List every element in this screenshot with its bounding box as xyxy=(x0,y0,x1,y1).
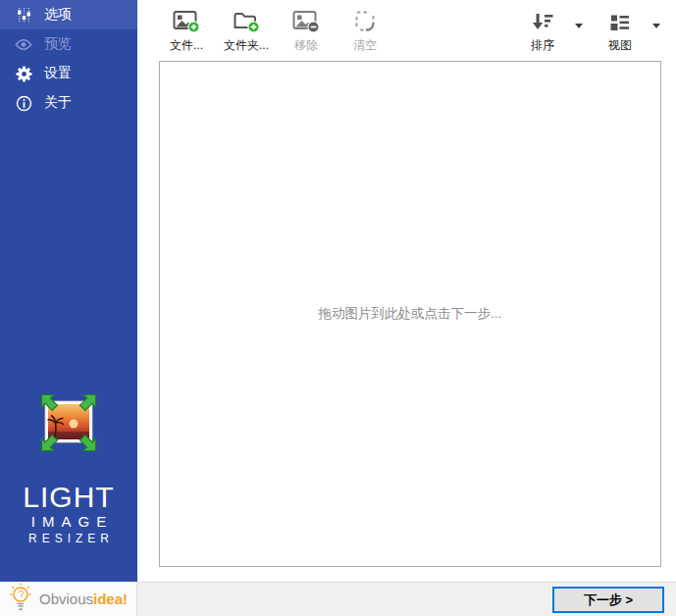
sidebar-item-label: 预览 xyxy=(44,35,72,53)
sidebar-item-settings[interactable]: 设置 xyxy=(0,59,137,88)
chevron-down-icon[interactable] xyxy=(575,24,583,28)
lightbulb-icon xyxy=(6,582,35,616)
sidebar-item-about[interactable]: 关于 xyxy=(0,88,137,118)
next-button[interactable]: 下一步 > xyxy=(552,587,664,613)
sidebar-item-label: 关于 xyxy=(44,94,72,112)
bottom-bar: 下一步 > xyxy=(137,582,676,616)
folder-add-icon xyxy=(233,10,260,33)
brand-wordmark: LIGHT IMAGE RESIZER xyxy=(0,483,137,545)
toolbar-button-label: 文件... xyxy=(170,37,203,54)
toolbar-button-label: 视图 xyxy=(608,37,632,54)
view-button[interactable]: 视图 xyxy=(595,8,646,56)
clear-button: 清空 xyxy=(339,8,390,56)
view-dropdown[interactable]: 视图 xyxy=(595,8,662,56)
drop-hint-text: 拖动图片到此处或点击下一步... xyxy=(319,305,502,323)
sidebar-item-options[interactable]: 选项 xyxy=(0,0,137,29)
obviousidea-logo-text[interactable]: Obviousidea! xyxy=(39,590,128,607)
sort-button[interactable]: 排序 xyxy=(517,8,568,56)
sort-descending-icon xyxy=(531,10,554,33)
add-files-button[interactable]: 文件... xyxy=(161,8,212,56)
brand-line-resizer: RESIZER xyxy=(0,532,137,545)
image-drop-zone[interactable]: 拖动图片到此处或点击下一步... xyxy=(159,61,661,567)
remove-button: 移除 xyxy=(281,8,332,56)
toolbar-right-group: 排序 视图 xyxy=(517,8,662,56)
toolbar-button-label: 移除 xyxy=(294,37,318,54)
toolbar-button-label: 文件夹... xyxy=(224,37,269,54)
add-folder-button[interactable]: 文件夹... xyxy=(220,8,273,56)
obviousidea-footer: Obviousidea! xyxy=(0,582,137,616)
gear-icon xyxy=(15,65,32,82)
sidebar: 选项 预览 设置 xyxy=(0,0,137,582)
list-view-icon xyxy=(609,10,631,33)
sidebar-item-label: 选项 xyxy=(44,6,72,24)
sidebar-item-label: 设置 xyxy=(44,65,72,82)
brand-line-light: LIGHT xyxy=(0,483,137,512)
sliders-icon xyxy=(15,6,32,24)
info-icon xyxy=(15,94,32,112)
brand-line-image: IMAGE xyxy=(0,513,137,530)
eye-icon xyxy=(15,35,32,53)
toolbar-button-label: 排序 xyxy=(531,37,554,54)
app-logo xyxy=(37,392,100,453)
obviousidea-text-gray: Obvious xyxy=(39,590,93,607)
picture-remove-icon xyxy=(292,10,320,33)
picture-add-icon xyxy=(173,10,200,33)
toolbar: 文件... 文件夹... 移除 xyxy=(137,0,676,61)
sidebar-item-preview: 预览 xyxy=(0,29,137,59)
obviousidea-text-orange: idea! xyxy=(93,590,128,607)
chevron-down-icon[interactable] xyxy=(652,24,660,28)
toolbar-button-label: 清空 xyxy=(353,37,377,54)
sort-dropdown[interactable]: 排序 xyxy=(517,8,585,56)
clear-selection-icon xyxy=(353,10,377,33)
